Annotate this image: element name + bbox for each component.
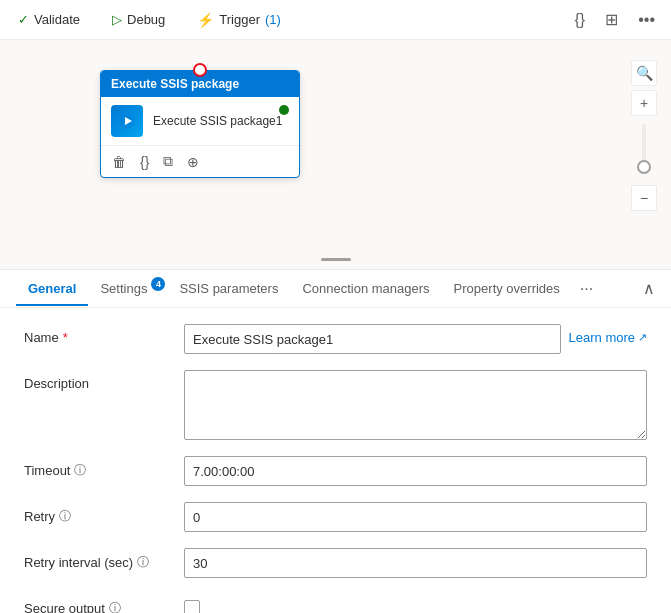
- toolbar-right-actions: {} ⊞ •••: [571, 6, 660, 33]
- retry-interval-field: [184, 548, 647, 578]
- timeout-info-icon[interactable]: ⓘ: [74, 462, 86, 479]
- retry-info-icon[interactable]: ⓘ: [59, 508, 71, 525]
- required-indicator: *: [63, 330, 68, 345]
- debug-button[interactable]: ▷ Debug: [106, 8, 171, 31]
- timeout-row: Timeout ⓘ: [24, 456, 647, 486]
- canvas-area: Execute SSIS package Execute SSIS packag…: [0, 40, 671, 270]
- timeout-field: [184, 456, 647, 486]
- data-flow-button[interactable]: ⊞: [601, 6, 622, 33]
- zoom-out-button[interactable]: −: [631, 185, 657, 211]
- name-label: Name *: [24, 324, 184, 345]
- form-content: Name * Learn more ↗ Description: [0, 308, 671, 613]
- pipeline-node[interactable]: Execute SSIS package Execute SSIS packag…: [100, 70, 300, 178]
- node-delete-button[interactable]: 🗑: [109, 151, 129, 173]
- code-icon: {}: [575, 11, 586, 29]
- tabs-row: General Settings 4 SSIS parameters Conne…: [0, 270, 671, 308]
- secure-output-row: Secure output ⓘ: [24, 594, 647, 613]
- retry-interval-row: Retry interval (sec) ⓘ: [24, 548, 647, 578]
- retry-field: [184, 502, 647, 532]
- debug-icon: ▷: [112, 12, 122, 27]
- secure-output-label: Secure output ⓘ: [24, 594, 184, 613]
- trigger-button[interactable]: ⚡ Trigger (1): [191, 8, 287, 32]
- node-top-connector: [193, 63, 207, 77]
- tab-general[interactable]: General: [16, 273, 88, 306]
- name-row: Name * Learn more ↗: [24, 324, 647, 354]
- retry-row: Retry ⓘ: [24, 502, 647, 532]
- code-view-button[interactable]: {}: [571, 7, 590, 33]
- node-code-button[interactable]: {}: [137, 151, 152, 173]
- tabs-overflow-button[interactable]: ···: [576, 276, 597, 302]
- node-copy-button[interactable]: ⧉: [160, 150, 176, 173]
- validate-button[interactable]: ✓ Validate: [12, 8, 86, 31]
- validate-icon: ✓: [18, 12, 29, 27]
- node-actions: 🗑 {} ⧉ ⊕: [101, 145, 299, 177]
- secure-output-checkbox[interactable]: [184, 600, 200, 613]
- node-label: Execute SSIS package1: [153, 114, 282, 128]
- node-status-dot: [279, 105, 289, 115]
- name-field: Learn more ↗: [184, 324, 647, 354]
- tab-connection-managers[interactable]: Connection managers: [290, 273, 441, 306]
- retry-label: Retry ⓘ: [24, 502, 184, 525]
- description-field: [184, 370, 647, 440]
- secure-output-field: [184, 594, 647, 613]
- node-connect-button[interactable]: ⊕: [184, 151, 202, 173]
- node-icon: [111, 105, 143, 137]
- name-input[interactable]: [184, 324, 561, 354]
- trigger-icon: ⚡: [197, 12, 214, 28]
- timeout-input[interactable]: [184, 456, 647, 486]
- description-row: Description: [24, 370, 647, 440]
- retry-interval-info-icon[interactable]: ⓘ: [137, 554, 149, 571]
- ellipsis-icon: •••: [638, 11, 655, 29]
- description-label: Description: [24, 370, 184, 391]
- external-link-icon: ↗: [638, 331, 647, 344]
- canvas-zoom-controls: 🔍 +: [631, 60, 657, 174]
- search-canvas-button[interactable]: 🔍: [631, 60, 657, 86]
- tab-ssis-parameters[interactable]: SSIS parameters: [167, 273, 290, 306]
- dataflow-icon: ⊞: [605, 10, 618, 29]
- retry-interval-input[interactable]: [184, 548, 647, 578]
- toolbar: ✓ Validate ▷ Debug ⚡ Trigger (1) {} ⊞ ••…: [0, 0, 671, 40]
- node-body: Execute SSIS package1: [101, 97, 299, 145]
- settings-badge: 4: [151, 277, 165, 291]
- retry-input[interactable]: [184, 502, 647, 532]
- zoom-slider-thumb[interactable]: [637, 160, 651, 174]
- tab-settings[interactable]: Settings 4: [88, 273, 167, 306]
- description-textarea[interactable]: [184, 370, 647, 440]
- timeout-label: Timeout ⓘ: [24, 456, 184, 479]
- more-options-button[interactable]: •••: [634, 7, 659, 33]
- tab-property-overrides[interactable]: Property overrides: [442, 273, 572, 306]
- zoom-in-button[interactable]: +: [631, 90, 657, 116]
- secure-output-info-icon[interactable]: ⓘ: [109, 600, 121, 613]
- panel-drag-handle[interactable]: [321, 258, 351, 261]
- bottom-panel: General Settings 4 SSIS parameters Conne…: [0, 270, 671, 613]
- collapse-panel-button[interactable]: ∧: [643, 279, 655, 298]
- learn-more-link[interactable]: Learn more ↗: [569, 324, 647, 345]
- zoom-slider-track: [642, 124, 646, 174]
- retry-interval-label: Retry interval (sec) ⓘ: [24, 548, 184, 571]
